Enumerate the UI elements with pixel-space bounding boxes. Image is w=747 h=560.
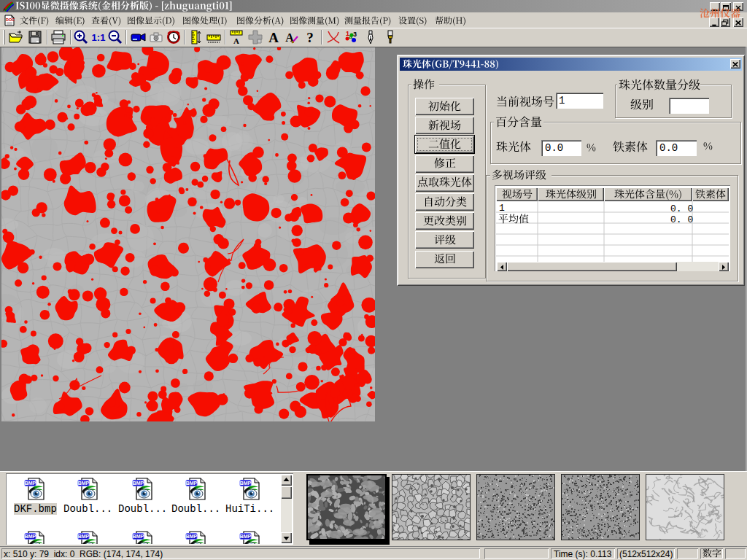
svg-text:A: A (233, 36, 239, 45)
svg-text:?: ? (306, 30, 314, 45)
svg-text:BMP: BMP (25, 481, 36, 486)
svg-text:BMP: BMP (186, 534, 198, 539)
svg-text:BMP: BMP (240, 534, 252, 539)
svg-text:DOC: DOC (6, 18, 15, 22)
svg-text:BMP: BMP (133, 534, 144, 539)
svg-text:BMP: BMP (25, 534, 36, 539)
svg-text:BMP: BMP (78, 481, 90, 486)
svg-text:1:1: 1:1 (92, 32, 106, 43)
svg-text:BMP: BMP (133, 481, 144, 486)
svg-text:BMP: BMP (78, 534, 90, 539)
svg-text:A: A (268, 30, 279, 45)
svg-text:BMP: BMP (240, 481, 252, 486)
svg-text:3: 3 (353, 31, 357, 38)
svg-text:BMP: BMP (186, 481, 198, 486)
